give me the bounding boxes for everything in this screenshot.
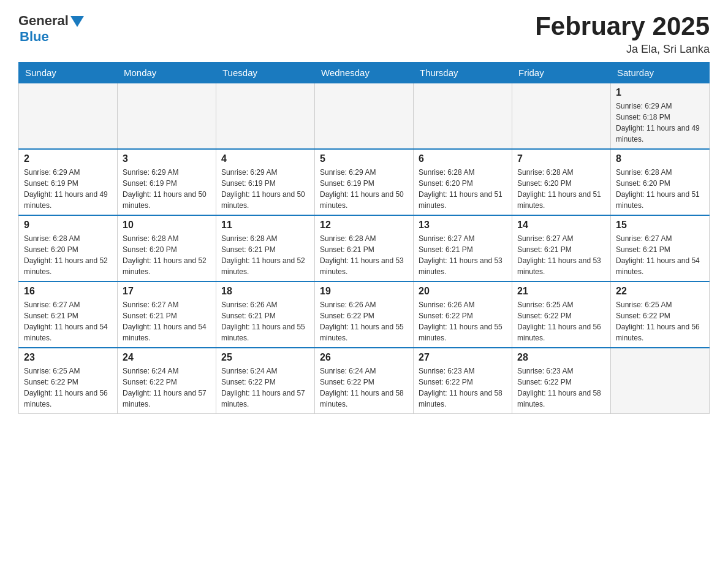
day-number: 6: [419, 153, 507, 164]
table-row: 10Sunrise: 6:28 AM Sunset: 6:20 PM Dayli…: [118, 215, 216, 282]
day-number: 5: [320, 153, 408, 164]
table-row: 6Sunrise: 6:28 AM Sunset: 6:20 PM Daylig…: [414, 149, 512, 215]
day-number: 20: [419, 286, 507, 297]
table-row: [512, 83, 611, 150]
calendar-table: Sunday Monday Tuesday Wednesday Thursday…: [18, 62, 710, 414]
day-info: Sunrise: 6:26 AM Sunset: 6:22 PM Dayligh…: [419, 299, 507, 343]
day-number: 27: [419, 352, 507, 363]
day-number: 1: [616, 87, 704, 98]
table-row: 18Sunrise: 6:26 AM Sunset: 6:21 PM Dayli…: [216, 282, 315, 348]
day-info: Sunrise: 6:23 AM Sunset: 6:22 PM Dayligh…: [419, 366, 507, 410]
table-row: 24Sunrise: 6:24 AM Sunset: 6:22 PM Dayli…: [118, 348, 216, 414]
table-row: 28Sunrise: 6:23 AM Sunset: 6:22 PM Dayli…: [512, 348, 611, 414]
day-number: 23: [24, 352, 112, 363]
logo-blue: Blue: [20, 29, 84, 44]
table-row: 14Sunrise: 6:27 AM Sunset: 6:21 PM Dayli…: [512, 215, 611, 282]
day-number: 2: [24, 153, 112, 164]
day-number: 3: [123, 153, 211, 164]
day-info: Sunrise: 6:28 AM Sunset: 6:20 PM Dayligh…: [123, 233, 211, 277]
day-number: 26: [320, 352, 408, 363]
logo: General Blue: [18, 12, 84, 44]
calendar-week-row: 2Sunrise: 6:29 AM Sunset: 6:19 PM Daylig…: [19, 149, 710, 215]
day-info: Sunrise: 6:28 AM Sunset: 6:21 PM Dayligh…: [320, 233, 408, 277]
day-number: 24: [123, 352, 211, 363]
header-friday: Friday: [512, 63, 611, 83]
day-info: Sunrise: 6:27 AM Sunset: 6:21 PM Dayligh…: [616, 233, 704, 277]
day-info: Sunrise: 6:29 AM Sunset: 6:18 PM Dayligh…: [616, 101, 704, 145]
table-row: 23Sunrise: 6:25 AM Sunset: 6:22 PM Dayli…: [19, 348, 118, 414]
table-row: [19, 83, 118, 150]
day-number: 28: [517, 352, 605, 363]
table-row: 12Sunrise: 6:28 AM Sunset: 6:21 PM Dayli…: [315, 215, 414, 282]
day-number: 11: [221, 220, 309, 231]
day-number: 18: [221, 286, 309, 297]
table-row: [216, 83, 315, 150]
svg-marker-0: [70, 16, 84, 27]
day-info: Sunrise: 6:23 AM Sunset: 6:22 PM Dayligh…: [517, 366, 605, 410]
table-row: [611, 348, 710, 414]
table-row: 16Sunrise: 6:27 AM Sunset: 6:21 PM Dayli…: [19, 282, 118, 348]
day-number: 14: [517, 220, 605, 231]
header-saturday: Saturday: [611, 63, 710, 83]
day-info: Sunrise: 6:27 AM Sunset: 6:21 PM Dayligh…: [419, 233, 507, 277]
day-info: Sunrise: 6:27 AM Sunset: 6:21 PM Dayligh…: [123, 299, 211, 343]
day-info: Sunrise: 6:29 AM Sunset: 6:19 PM Dayligh…: [123, 167, 211, 211]
title-block: February 2025 Ja Ela, Sri Lanka: [535, 12, 710, 56]
table-row: 20Sunrise: 6:26 AM Sunset: 6:22 PM Dayli…: [414, 282, 512, 348]
day-info: Sunrise: 6:25 AM Sunset: 6:22 PM Dayligh…: [616, 299, 704, 343]
day-number: 8: [616, 153, 704, 164]
day-number: 22: [616, 286, 704, 297]
day-number: 7: [517, 153, 605, 164]
table-row: 13Sunrise: 6:27 AM Sunset: 6:21 PM Dayli…: [414, 215, 512, 282]
day-number: 13: [419, 220, 507, 231]
day-number: 21: [517, 286, 605, 297]
table-row: [118, 83, 216, 150]
day-info: Sunrise: 6:28 AM Sunset: 6:20 PM Dayligh…: [616, 167, 704, 211]
day-info: Sunrise: 6:29 AM Sunset: 6:19 PM Dayligh…: [221, 167, 309, 211]
calendar-title: February 2025: [535, 12, 710, 40]
table-row: [414, 83, 512, 150]
table-row: 21Sunrise: 6:25 AM Sunset: 6:22 PM Dayli…: [512, 282, 611, 348]
day-info: Sunrise: 6:28 AM Sunset: 6:20 PM Dayligh…: [517, 167, 605, 211]
day-number: 10: [123, 220, 211, 231]
table-row: [315, 83, 414, 150]
day-number: 16: [24, 286, 112, 297]
table-row: 11Sunrise: 6:28 AM Sunset: 6:21 PM Dayli…: [216, 215, 315, 282]
table-row: 5Sunrise: 6:29 AM Sunset: 6:19 PM Daylig…: [315, 149, 414, 215]
calendar-week-row: 23Sunrise: 6:25 AM Sunset: 6:22 PM Dayli…: [19, 348, 710, 414]
header-wednesday: Wednesday: [315, 63, 414, 83]
day-info: Sunrise: 6:24 AM Sunset: 6:22 PM Dayligh…: [123, 366, 211, 410]
table-row: 4Sunrise: 6:29 AM Sunset: 6:19 PM Daylig…: [216, 149, 315, 215]
calendar-header-row: Sunday Monday Tuesday Wednesday Thursday…: [19, 63, 710, 83]
day-number: 19: [320, 286, 408, 297]
day-info: Sunrise: 6:28 AM Sunset: 6:21 PM Dayligh…: [221, 233, 309, 277]
day-number: 4: [221, 153, 309, 164]
day-info: Sunrise: 6:25 AM Sunset: 6:22 PM Dayligh…: [517, 299, 605, 343]
day-info: Sunrise: 6:26 AM Sunset: 6:22 PM Dayligh…: [320, 299, 408, 343]
day-info: Sunrise: 6:29 AM Sunset: 6:19 PM Dayligh…: [320, 167, 408, 211]
day-info: Sunrise: 6:27 AM Sunset: 6:21 PM Dayligh…: [24, 299, 112, 343]
day-info: Sunrise: 6:28 AM Sunset: 6:20 PM Dayligh…: [419, 167, 507, 211]
calendar-week-row: 1Sunrise: 6:29 AM Sunset: 6:18 PM Daylig…: [19, 83, 710, 150]
day-info: Sunrise: 6:25 AM Sunset: 6:22 PM Dayligh…: [24, 366, 112, 410]
table-row: 9Sunrise: 6:28 AM Sunset: 6:20 PM Daylig…: [19, 215, 118, 282]
table-row: 27Sunrise: 6:23 AM Sunset: 6:22 PM Dayli…: [414, 348, 512, 414]
table-row: 1Sunrise: 6:29 AM Sunset: 6:18 PM Daylig…: [611, 83, 710, 150]
calendar-week-row: 16Sunrise: 6:27 AM Sunset: 6:21 PM Dayli…: [19, 282, 710, 348]
table-row: 25Sunrise: 6:24 AM Sunset: 6:22 PM Dayli…: [216, 348, 315, 414]
header-tuesday: Tuesday: [216, 63, 315, 83]
day-number: 9: [24, 220, 112, 231]
header-thursday: Thursday: [414, 63, 512, 83]
table-row: 26Sunrise: 6:24 AM Sunset: 6:22 PM Dayli…: [315, 348, 414, 414]
day-info: Sunrise: 6:28 AM Sunset: 6:20 PM Dayligh…: [24, 233, 112, 277]
logo-triangle-icon: [70, 16, 84, 27]
day-info: Sunrise: 6:24 AM Sunset: 6:22 PM Dayligh…: [320, 366, 408, 410]
day-info: Sunrise: 6:29 AM Sunset: 6:19 PM Dayligh…: [24, 167, 112, 211]
table-row: 15Sunrise: 6:27 AM Sunset: 6:21 PM Dayli…: [611, 215, 710, 282]
table-row: 19Sunrise: 6:26 AM Sunset: 6:22 PM Dayli…: [315, 282, 414, 348]
day-number: 12: [320, 220, 408, 231]
day-number: 15: [616, 220, 704, 231]
header-monday: Monday: [118, 63, 216, 83]
day-info: Sunrise: 6:26 AM Sunset: 6:21 PM Dayligh…: [221, 299, 309, 343]
logo-general: General: [18, 13, 69, 28]
